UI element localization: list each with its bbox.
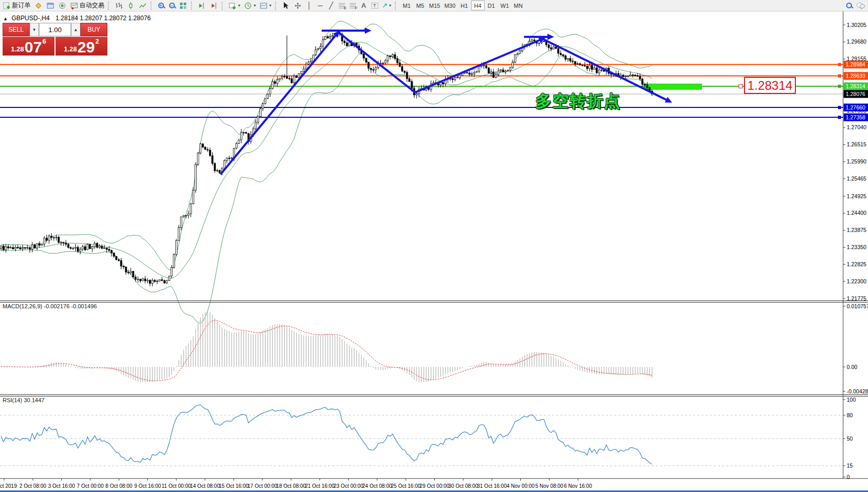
candle[interactable] bbox=[56, 237, 57, 238]
candle[interactable] bbox=[349, 42, 350, 46]
candle[interactable] bbox=[26, 248, 28, 248]
candle[interactable] bbox=[63, 242, 64, 243]
candle[interactable] bbox=[486, 66, 487, 68]
candle[interactable] bbox=[370, 69, 372, 70]
candle[interactable] bbox=[132, 271, 134, 277]
candle[interactable] bbox=[178, 227, 180, 240]
candle[interactable] bbox=[48, 236, 50, 240]
candle[interactable] bbox=[591, 65, 593, 70]
candle[interactable] bbox=[577, 64, 578, 64]
candle[interactable] bbox=[159, 280, 160, 281]
candle[interactable] bbox=[375, 68, 377, 70]
candle[interactable] bbox=[291, 79, 293, 83]
candle[interactable] bbox=[318, 48, 319, 50]
candle[interactable] bbox=[310, 61, 312, 62]
candle[interactable] bbox=[171, 267, 172, 276]
new-order-button[interactable]: 新订单 bbox=[1, 1, 32, 11]
search-button[interactable] bbox=[844, 1, 854, 11]
candle[interactable] bbox=[625, 76, 626, 76]
sell-price-box[interactable]: 1.28 07 6 bbox=[3, 37, 54, 56]
time-axis[interactable]: 1 Oct 20192 Oct 08:003 Oct 16:007 Oct 00… bbox=[0, 482, 868, 490]
candle[interactable] bbox=[166, 281, 168, 283]
candle[interactable] bbox=[490, 72, 492, 73]
candle[interactable] bbox=[36, 243, 38, 248]
candle[interactable] bbox=[257, 117, 259, 122]
candle[interactable] bbox=[113, 253, 115, 256]
bollinger-upper[interactable] bbox=[1, 21, 652, 270]
candle[interactable] bbox=[584, 65, 586, 66]
candle[interactable] bbox=[300, 71, 302, 74]
candle[interactable] bbox=[144, 279, 146, 281]
candle[interactable] bbox=[404, 71, 405, 72]
auto-trading-button[interactable]: 自动交易 bbox=[68, 1, 106, 11]
candle[interactable] bbox=[553, 47, 554, 49]
candle[interactable] bbox=[197, 153, 199, 165]
candle[interactable] bbox=[128, 272, 129, 272]
candle[interactable] bbox=[325, 36, 326, 39]
candle[interactable] bbox=[147, 280, 148, 281]
auto-scroll-button[interactable] bbox=[208, 1, 219, 11]
candle[interactable] bbox=[303, 69, 305, 71]
candle[interactable] bbox=[22, 248, 23, 249]
fibonacci-tool-button[interactable]: F bbox=[348, 1, 358, 11]
candle[interactable] bbox=[363, 54, 365, 58]
timeframe-button-h1[interactable]: H1 bbox=[458, 1, 471, 10]
candle[interactable] bbox=[517, 53, 518, 54]
candle[interactable] bbox=[97, 243, 98, 248]
candle[interactable] bbox=[111, 250, 112, 253]
candle[interactable] bbox=[589, 65, 590, 69]
candle[interactable] bbox=[34, 244, 35, 248]
candle[interactable] bbox=[288, 78, 290, 79]
candle[interactable] bbox=[365, 58, 367, 62]
candle[interactable] bbox=[241, 132, 242, 140]
candle[interactable] bbox=[175, 241, 177, 255]
candle[interactable] bbox=[190, 204, 191, 214]
candle[interactable] bbox=[77, 248, 79, 252]
candle[interactable] bbox=[478, 66, 480, 71]
candle[interactable] bbox=[531, 40, 533, 42]
candle[interactable] bbox=[89, 244, 91, 249]
candle[interactable] bbox=[243, 132, 244, 133]
candle[interactable] bbox=[373, 70, 374, 70]
candle[interactable] bbox=[632, 75, 633, 75]
candle[interactable] bbox=[471, 74, 473, 74]
candle[interactable] bbox=[29, 248, 31, 249]
candle[interactable] bbox=[181, 217, 182, 228]
candle[interactable] bbox=[586, 66, 588, 69]
candle[interactable] bbox=[44, 238, 45, 244]
candle[interactable] bbox=[188, 214, 189, 215]
candle[interactable] bbox=[265, 99, 266, 104]
tile-windows-button[interactable] bbox=[177, 1, 189, 11]
candle[interactable] bbox=[82, 247, 84, 249]
candle[interactable] bbox=[598, 70, 600, 73]
candle[interactable] bbox=[322, 39, 324, 46]
candle[interactable] bbox=[637, 76, 638, 76]
cursor-tool-button[interactable] bbox=[280, 1, 292, 11]
bollinger-middle[interactable] bbox=[1, 42, 652, 278]
candle[interactable] bbox=[329, 36, 331, 38]
candle[interactable] bbox=[267, 94, 268, 99]
candle[interactable] bbox=[279, 78, 281, 80]
candle[interactable] bbox=[498, 71, 499, 75]
candle[interactable] bbox=[382, 63, 384, 64]
candle[interactable] bbox=[53, 238, 54, 238]
candle[interactable] bbox=[646, 85, 648, 88]
candle[interactable] bbox=[493, 72, 494, 78]
candle[interactable] bbox=[108, 250, 110, 251]
templates-button[interactable]: ▾ bbox=[258, 1, 273, 11]
candle[interactable] bbox=[163, 281, 165, 283]
timeframe-button-mn[interactable]: MN bbox=[512, 1, 525, 10]
candle[interactable] bbox=[94, 243, 95, 247]
candle[interactable] bbox=[87, 244, 88, 250]
candle[interactable] bbox=[272, 81, 273, 88]
horizontal-line-tool-button[interactable]: ─ bbox=[315, 1, 325, 11]
toolbar-grip[interactable] bbox=[275, 2, 278, 10]
candle[interactable] bbox=[488, 68, 489, 73]
candle[interactable] bbox=[260, 108, 261, 116]
candle[interactable] bbox=[156, 281, 158, 282]
candle[interactable] bbox=[390, 56, 391, 57]
toolbar-grip[interactable] bbox=[395, 2, 398, 10]
candle[interactable] bbox=[560, 53, 561, 55]
candle[interactable] bbox=[495, 75, 497, 77]
periods-button[interactable]: ▾ bbox=[242, 1, 257, 11]
